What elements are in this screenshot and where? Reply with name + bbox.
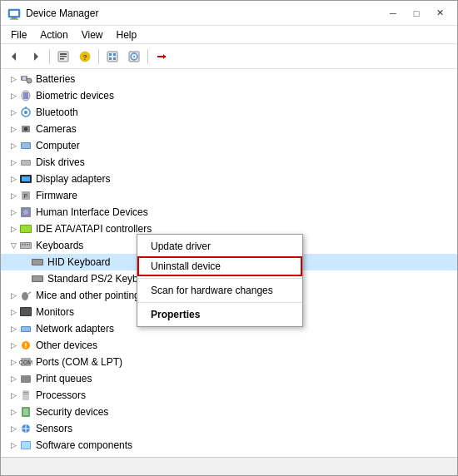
device-icon	[19, 239, 32, 252]
list-item[interactable]: ▷ Human Interface Devices	[1, 204, 457, 221]
menu-action[interactable]: Action	[33, 27, 74, 42]
toolbar-separator-3	[147, 49, 148, 64]
list-item[interactable]: ▷ Display adapters	[1, 171, 457, 187]
list-item[interactable]: ▷ Computer	[1, 137, 457, 154]
device-icon	[19, 172, 32, 186]
context-menu-uninstall-device[interactable]: Uninstall device	[137, 256, 302, 276]
item-label: Network adapters	[36, 323, 114, 335]
expand-icon: ▷	[7, 373, 19, 384]
list-item[interactable]: ▷ Disk drives	[1, 154, 457, 171]
list-item[interactable]: ▷ Sensors	[1, 420, 457, 437]
device-icon	[19, 222, 32, 236]
expand-icon: ▷	[7, 223, 19, 235]
device-icon	[31, 272, 44, 285]
device-icon	[19, 139, 32, 152]
item-label: HID Keyboard	[47, 256, 110, 268]
device-icon	[19, 156, 32, 169]
svg-point-43	[23, 210, 28, 215]
list-item[interactable]: ▷ Batteries	[1, 71, 457, 87]
svg-rect-36	[22, 161, 30, 165]
list-item[interactable]: ▷ Biometric devices	[1, 87, 457, 104]
expand-icon: ▷	[7, 173, 19, 185]
remove-button[interactable]	[152, 47, 172, 67]
list-item[interactable]: ▷ Cameras	[1, 121, 457, 137]
device-icon	[19, 122, 32, 136]
item-label: Biometric devices	[36, 90, 114, 102]
svg-rect-47	[21, 243, 31, 248]
svg-rect-69	[23, 394, 28, 394]
menu-file[interactable]: File	[4, 27, 33, 42]
context-menu-scan[interactable]: Scan for hardware changes	[137, 280, 302, 300]
list-item[interactable]: ▷ Security devices	[1, 404, 457, 420]
item-label: Cameras	[36, 123, 77, 135]
scan-button[interactable]	[124, 47, 144, 67]
svg-rect-68	[23, 392, 28, 393]
list-item[interactable]: ▷ Software components	[1, 437, 457, 454]
context-menu-properties[interactable]: Properties	[137, 305, 302, 325]
item-label: Software devices	[36, 456, 112, 457]
expand-icon: ▷	[7, 340, 19, 351]
svg-rect-3	[10, 18, 18, 19]
device-icon	[19, 422, 32, 435]
device-icon	[19, 206, 32, 219]
svg-rect-48	[22, 244, 23, 245]
list-item[interactable]: ▷ Software devices	[1, 454, 457, 457]
device-icon	[19, 455, 32, 457]
item-label: Disk drives	[36, 156, 85, 168]
svg-rect-50	[27, 244, 28, 245]
device-icon	[19, 389, 32, 402]
list-item[interactable]: ▷ Processors	[1, 387, 457, 404]
close-button[interactable]: ✕	[429, 5, 451, 22]
properties-button[interactable]	[53, 47, 73, 67]
menu-help[interactable]: Help	[110, 27, 144, 42]
svg-rect-13	[109, 53, 112, 56]
list-item[interactable]: ▷ F Firmware	[1, 187, 457, 204]
device-icon	[19, 89, 32, 102]
item-label: Display adapters	[36, 173, 110, 185]
forward-button[interactable]	[26, 47, 46, 67]
context-menu-separator-2	[137, 302, 302, 303]
expand-icon: ▷	[7, 107, 19, 118]
expand-icon: ▷	[7, 406, 19, 418]
svg-rect-39	[22, 176, 30, 181]
device-icon	[31, 255, 44, 269]
list-item[interactable]: ▷ Print queues	[1, 370, 457, 387]
device-icon	[19, 372, 32, 385]
minimize-button[interactable]: ─	[382, 5, 404, 22]
menu-view[interactable]: View	[75, 27, 110, 42]
list-item[interactable]: ▷ ! Other devices	[1, 337, 457, 354]
list-item[interactable]: ▷ COM Ports (COM & LPT)	[1, 354, 457, 370]
expand-icon	[19, 256, 31, 268]
show-hidden-button[interactable]	[102, 47, 122, 67]
svg-rect-7	[60, 53, 67, 55]
svg-rect-12	[107, 52, 117, 62]
item-label: Sensors	[36, 423, 72, 434]
expand-icon: ▷	[7, 206, 19, 218]
context-menu-update-driver[interactable]: Update driver	[137, 236, 302, 256]
device-icon	[19, 72, 32, 86]
expand-icon: ▷	[7, 190, 19, 201]
expand-icon: ▷	[7, 290, 19, 301]
svg-rect-66	[21, 375, 31, 383]
device-icon	[19, 322, 32, 335]
maximize-button[interactable]: □	[406, 5, 427, 22]
device-icon	[19, 405, 32, 419]
list-item[interactable]: ▷ Bluetooth	[1, 104, 457, 121]
help-button[interactable]: ?	[75, 47, 95, 67]
item-label: Firmware	[36, 190, 77, 201]
svg-rect-16	[113, 57, 116, 60]
svg-rect-49	[24, 244, 26, 245]
svg-point-32	[25, 128, 27, 130]
item-label: Bluetooth	[36, 107, 78, 118]
svg-rect-1	[10, 11, 18, 16]
svg-marker-21	[163, 54, 166, 59]
expand-icon: ▷	[7, 356, 19, 368]
back-button[interactable]	[4, 47, 24, 67]
item-label: Print queues	[36, 373, 92, 384]
expand-icon: ▷	[7, 90, 19, 102]
svg-rect-23	[22, 77, 26, 80]
svg-line-57	[28, 292, 31, 294]
toolbar: ?	[1, 44, 457, 69]
expand-icon: ▷	[7, 423, 19, 434]
device-icon: COM	[19, 355, 32, 369]
